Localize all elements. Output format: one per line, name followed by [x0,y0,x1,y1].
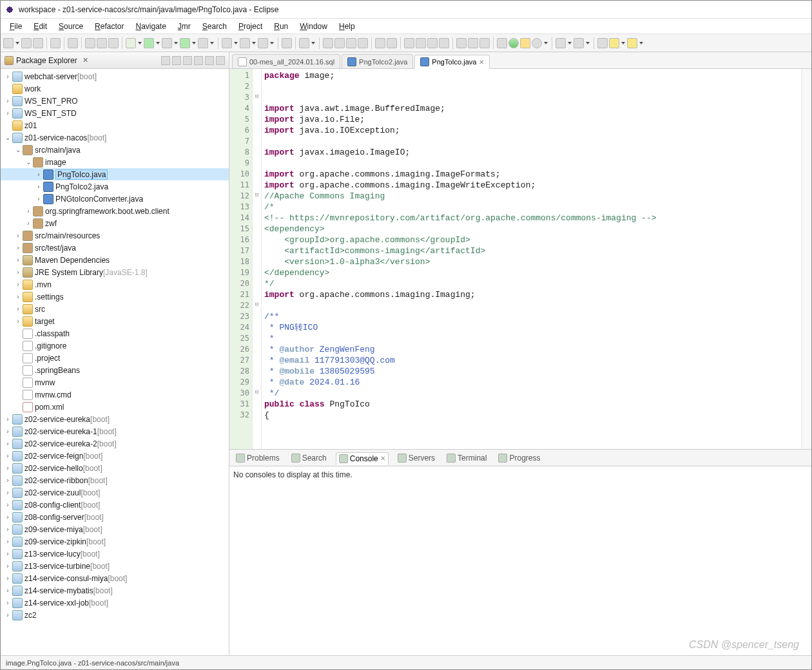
tool-w-icon[interactable] [439,38,449,48]
toggle-mark-icon[interactable] [456,38,467,48]
tree-item[interactable]: .project [1,352,229,364]
tree-item[interactable]: .gitignore [1,340,229,352]
forward-icon[interactable] [627,38,637,48]
tree-item[interactable]: ›z02-service-feign [boot] [1,450,229,462]
tree-item[interactable]: z01 [1,119,229,131]
collapse-all-icon[interactable] [161,56,170,65]
tree-item[interactable]: ›WS_ENT_STD [1,107,229,119]
tree-item[interactable]: .springBeans [1,364,229,376]
prev-annotation-icon[interactable] [574,38,584,48]
tree-item[interactable]: ⌄image [1,156,229,168]
tree-item[interactable]: mvnw.cmd [1,388,229,401]
menu-edit[interactable]: Edit [28,21,52,32]
open-type-icon[interactable] [282,38,292,48]
open-file-icon[interactable] [387,38,397,48]
tree-item[interactable]: ⌄z01-service-nacos [boot] [1,131,229,144]
maximize-icon[interactable] [216,56,225,65]
tree-item[interactable]: ›z08-config-server [boot] [1,511,229,523]
menu-jmr[interactable]: Jmr [173,21,196,32]
tree-item[interactable]: ›target [1,315,229,327]
run-last-icon[interactable] [180,38,190,48]
fold-gutter[interactable]: ⊟ ⊟ ⊟ ⊟ [253,69,262,449]
menu-help[interactable]: Help [334,21,360,32]
tree-item[interactable]: ›webchat-server [boot] [1,70,229,82]
tree-item[interactable]: ›src/test/java [1,242,229,254]
globe2-icon[interactable] [532,38,542,48]
ext-tools-icon[interactable] [198,38,208,48]
tool-x-icon[interactable] [404,38,414,48]
editor-tab[interactable]: PngToIco2.java [342,54,413,68]
tree-item[interactable]: ›z14-service-consul-miya [boot] [1,572,229,584]
new-icon[interactable] [3,38,14,48]
tree-item[interactable]: ›z13-service-turbine [boot] [1,560,229,572]
boot-dash-icon[interactable] [85,38,95,48]
tree-item[interactable]: ›.settings [1,291,229,303]
tree-item[interactable]: ›src [1,303,229,315]
menu-search[interactable]: Search [197,21,232,32]
tree-item[interactable]: ›z02-service-ribbon [boot] [1,474,229,486]
bottom-tab-servers[interactable]: Servers [395,452,438,464]
bottom-tab-terminal[interactable]: Terminal [444,452,489,464]
show-whitespace-icon[interactable] [479,38,490,48]
tree-item[interactable]: ›z14-service-mybatis [boot] [1,584,229,597]
menu-project[interactable]: Project [233,21,267,32]
view-menu-icon[interactable] [194,56,203,65]
tree-item[interactable]: ›JRE System Library [JavaSE-1.8] [1,266,229,278]
bottom-tab-progress[interactable]: Progress [496,452,543,464]
toggle-block-icon[interactable] [468,38,478,48]
new-project-icon[interactable] [222,38,232,48]
bottom-tab-search[interactable]: Search [289,452,329,464]
code-editor[interactable]: package image; import java.awt.image.Buf… [262,69,801,449]
focus-task-icon[interactable] [183,56,192,65]
menu-window[interactable]: Window [295,21,333,32]
tree-item[interactable]: ›z14-service-xxl-job [boot] [1,597,229,609]
tree-item[interactable]: ›PNGtoIconConverter.java [1,193,229,205]
editor-tab[interactable]: 00-mes_all_2024.01.16.sql [232,54,340,68]
menu-navigate[interactable]: Navigate [130,21,171,32]
tree-item[interactable]: ›z08-config-client [boot] [1,499,229,511]
editor-tab[interactable]: PngToIco.java✕ [414,55,490,69]
tree-item[interactable]: ›WS_ENT_PRO [1,95,229,107]
tree-item[interactable]: ›z09-service-zipkin [boot] [1,535,229,548]
pin-icon[interactable] [497,38,507,48]
tree-item[interactable]: ›PngToIco.java [1,168,229,180]
bottom-tab-console[interactable]: Console ✕ [336,452,389,465]
new-class-icon[interactable] [258,38,268,48]
tree-item[interactable]: ›z02-service-hello [boot] [1,462,229,474]
relaunch-icon[interactable] [97,38,107,48]
next-annotation-icon[interactable] [556,38,566,48]
coverage-icon[interactable] [162,38,172,48]
build-icon[interactable] [50,38,61,48]
tree-item[interactable]: ›zc2 [1,609,229,621]
menu-refactor[interactable]: Refactor [90,21,129,32]
menu-file[interactable]: File [5,21,27,32]
tree-item[interactable]: ›z02-service-eureka-2 [boot] [1,437,229,450]
tool-b-icon[interactable] [334,38,345,48]
help-icon[interactable] [520,38,530,48]
menu-run[interactable]: Run [269,21,293,32]
save-icon[interactable] [21,38,32,48]
minimize-icon[interactable] [205,56,214,65]
tree-item[interactable]: ›Maven Dependencies [1,254,229,266]
world-icon[interactable] [508,38,519,48]
tree-item[interactable]: .classpath [1,327,229,340]
tool-z-icon[interactable] [427,38,438,48]
tree-item[interactable]: mvnw [1,376,229,388]
tree-item[interactable]: ›z02-service-eureka [boot] [1,413,229,425]
open-folder-icon[interactable] [375,38,385,48]
view-close-icon[interactable]: ✕ [82,56,88,64]
tree-item[interactable]: ⌄src/main/java [1,144,229,156]
tree-item[interactable]: work [1,82,229,95]
menu-source[interactable]: Source [53,21,88,32]
link-editor-icon[interactable] [172,56,181,65]
tree-item[interactable]: ›z02-service-zuul [boot] [1,486,229,499]
tool-y-icon[interactable] [416,38,426,48]
tree-item[interactable]: ›z13-service-lucy [boot] [1,548,229,560]
tool-c-icon[interactable] [346,38,356,48]
overview-ruler[interactable] [801,69,811,449]
debug-icon[interactable] [126,38,136,48]
saveall-icon[interactable] [33,38,43,48]
tree-item[interactable]: ›.mvn [1,278,229,291]
run-icon[interactable] [144,38,154,48]
back-icon[interactable] [609,38,619,48]
